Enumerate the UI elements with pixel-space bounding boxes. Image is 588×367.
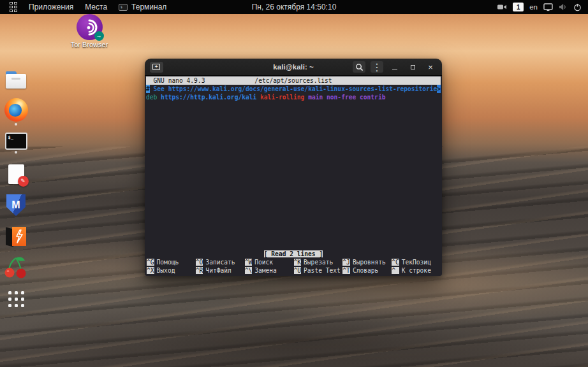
- menu-applications[interactable]: Приложения: [23, 0, 79, 14]
- running-indicator: [15, 151, 17, 154]
- dock-item-show-applications[interactable]: [1, 285, 31, 313]
- apps-grid-icon: [10, 2, 17, 12]
- dock-item-text-editor[interactable]: ✎: [1, 160, 31, 188]
- dock-item-files[interactable]: [1, 66, 31, 94]
- clock-button[interactable]: Пн, 26 октября 14:50:10: [246, 0, 343, 14]
- minimize-button[interactable]: [388, 61, 401, 73]
- minimize-icon: [392, 69, 397, 69]
- dock-item-burpsuite[interactable]: [1, 222, 31, 250]
- menu-places-label: Места: [85, 3, 107, 11]
- dock-item-metasploit[interactable]: M: [1, 191, 31, 219]
- panel-right-status: 1 en: [497, 0, 588, 14]
- new-tab-button[interactable]: +: [150, 62, 163, 73]
- comment-text: See https://www.kali.org/docs/general-us…: [150, 85, 437, 93]
- files-icon: [5, 71, 27, 89]
- maximize-icon: [411, 65, 415, 69]
- burpsuite-icon: [5, 226, 27, 247]
- dock-item-terminal[interactable]: $_: [1, 129, 31, 157]
- shortcut-gotoline: ^_К строке: [392, 266, 441, 275]
- repo-suite: kali-rolling: [260, 93, 308, 101]
- terminal-window: + kali@kali: ~ ⋮ × GNU nano 4.9.3 /etc/a…: [145, 59, 442, 276]
- firefox-icon: [4, 98, 28, 122]
- editor-line-2: deb https://http.kali.org/kali kali-roll…: [146, 93, 441, 101]
- line-overflow-marker: >: [437, 85, 441, 93]
- nano-filename: /etc/apt/sources.list: [254, 76, 332, 85]
- show-applications-icon: [8, 291, 24, 307]
- search-icon: [355, 63, 364, 71]
- screen-record-icon[interactable]: [497, 3, 507, 11]
- menu-applications-label: Приложения: [29, 3, 73, 11]
- tor-arrow-badge-icon: →: [94, 31, 104, 41]
- nano-version: GNU nano 4.9.3: [146, 77, 205, 84]
- nano-title-bar: GNU nano 4.9.3 /etc/apt/sources.list: [146, 76, 441, 85]
- favorites-dock: $_ ✎ M: [1, 66, 31, 313]
- dock-item-cherrytree[interactable]: [1, 254, 31, 282]
- shortcut-writeout: ^OЗаписать: [196, 258, 245, 266]
- clock-label: Пн, 26 октября 14:50:10: [252, 3, 337, 11]
- text-editor-icon: ✎: [8, 164, 24, 184]
- search-button[interactable]: [353, 61, 365, 73]
- deb-keyword: deb: [146, 93, 161, 101]
- display-icon[interactable]: [543, 3, 553, 11]
- desktop-icon-tor-browser[interactable]: → Tor Browser: [69, 14, 110, 48]
- new-tab-icon: +: [152, 64, 160, 70]
- pencil-badge-icon: ✎: [18, 176, 29, 187]
- status-message: [ Read 2 lines ]: [264, 250, 323, 257]
- shortcut-cut: ^KВырезать: [294, 258, 343, 266]
- apps-grid-button[interactable]: [0, 0, 23, 14]
- repo-url: https://http.kali.org/kali: [161, 93, 260, 101]
- dock-item-firefox[interactable]: [1, 97, 31, 126]
- running-indicator: [15, 123, 17, 126]
- close-button[interactable]: ×: [424, 61, 437, 73]
- menu-active-app-label: Терминал: [131, 3, 166, 11]
- shortcut-spell: ^TСловарь: [342, 266, 392, 275]
- shortcut-curpos: ^CТекПозиц: [392, 258, 441, 266]
- terminal-icon: $_: [5, 133, 27, 150]
- editor-line-1: # See https://www.kali.org/docs/general-…: [146, 85, 441, 93]
- shortcut-search: ^WПоиск: [245, 258, 294, 266]
- panel-left-menus: Приложения Места $ Терминал: [0, 0, 172, 14]
- nano-shortcut-bar: ^GПомощь ^OЗаписать ^WПоиск ^KВырезать ^…: [146, 258, 441, 275]
- shortcut-paste: ^UPaste Text: [294, 266, 343, 275]
- menu-active-app[interactable]: $ Терминал: [113, 0, 172, 14]
- menu-button[interactable]: ⋮: [371, 61, 383, 73]
- close-icon: ×: [428, 63, 433, 71]
- repo-components: main non-free contrib: [308, 93, 385, 101]
- editor-empty-area: [146, 101, 441, 250]
- terminal-titlebar[interactable]: + kali@kali: ~ ⋮ ×: [145, 59, 442, 76]
- nano-status-bar: [ Read 2 lines ]: [146, 250, 441, 258]
- terminal-app-icon: $: [119, 4, 128, 11]
- power-icon[interactable]: [573, 3, 582, 11]
- top-panel: Приложения Места $ Терминал Пн, 26 октяб…: [0, 0, 588, 14]
- tor-browser-icon: →: [77, 14, 103, 40]
- shortcut-readfile: ^RЧитФайл: [196, 266, 245, 275]
- cherrytree-icon: [4, 255, 28, 280]
- shortcut-help: ^GПомощь: [147, 258, 196, 266]
- window-title: kali@kali: ~: [273, 63, 313, 71]
- volume-icon[interactable]: [559, 3, 568, 11]
- shortcut-replace: ^\Замена: [245, 266, 294, 275]
- shortcut-justify: ^JВыровнять: [342, 258, 392, 266]
- maximize-button[interactable]: [406, 61, 419, 73]
- kebab-menu-icon: ⋮: [372, 61, 382, 73]
- desktop-icon-label: Tor Browser: [71, 41, 108, 48]
- menu-places[interactable]: Места: [79, 0, 113, 14]
- workspace-indicator[interactable]: 1: [513, 3, 524, 11]
- keyboard-layout-indicator[interactable]: en: [529, 3, 538, 11]
- nano-editor[interactable]: GNU nano 4.9.3 /etc/apt/sources.list # S…: [145, 76, 442, 276]
- shortcut-exit: ^XВыход: [147, 266, 196, 275]
- metasploit-shield-icon: M: [6, 194, 26, 216]
